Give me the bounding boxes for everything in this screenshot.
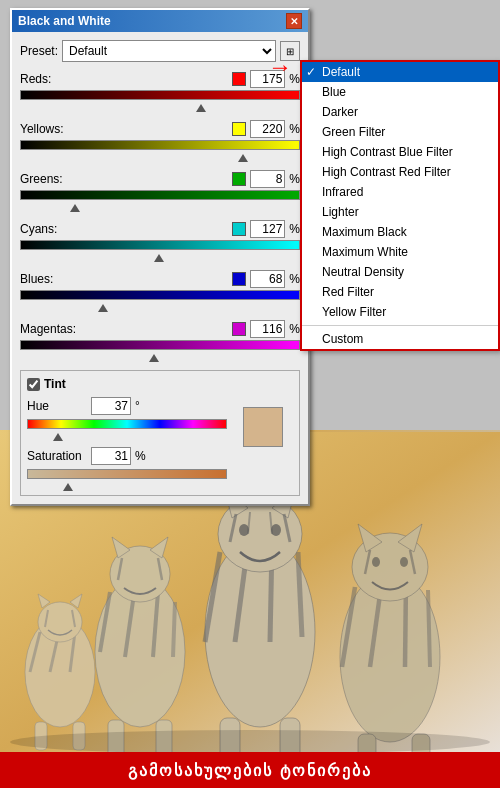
dropdown-item-lighter[interactable]: Lighter [302,202,498,222]
svg-point-38 [239,524,249,536]
dropdown-item-custom[interactable]: Custom [302,329,498,349]
dropdown-item-infrared[interactable]: Infrared [302,182,498,202]
dropdown-item-neutral-density[interactable]: Neutral Density [302,262,498,282]
cyans-label: Cyans: [20,222,57,236]
reds-track [20,90,300,100]
blues-track [20,290,300,300]
reds-label: Reds: [20,72,51,86]
tint-label: Tint [44,377,66,391]
svg-line-44 [428,590,430,667]
blues-swatch [232,272,246,286]
svg-point-51 [400,557,408,567]
saturation-row: Saturation 31 % [27,447,293,465]
saturation-track [27,469,227,479]
magentas-thumb[interactable] [149,354,159,366]
blues-value[interactable]: 68 [250,270,285,288]
svg-line-16 [173,602,175,657]
hue-unit: ° [135,399,140,413]
greens-label: Greens: [20,172,63,186]
dropdown-item-darker[interactable]: Darker [302,102,498,122]
reds-slider-row: Reds: 175 % [20,70,300,110]
close-button[interactable]: ✕ [286,13,302,29]
dialog-title: Black and White [18,14,111,28]
svg-point-39 [271,524,281,536]
arrow-indicator: → [268,53,292,81]
preset-label: Preset: [20,44,58,58]
blues-label: Blues: [20,272,53,286]
dialog-titlebar: Black and White ✕ [12,10,308,32]
dialog-body: Preset: Default ⊞ OK Reds: 17 [12,32,308,504]
dropdown-separator [302,325,498,326]
preset-dropdown-menu: Default Blue Darker Green Filter High Co… [300,60,500,351]
dropdown-item-max-white[interactable]: Maximum White [302,242,498,262]
greens-value[interactable]: 8 [250,170,285,188]
cyans-track [20,240,300,250]
yellows-label: Yellows: [20,122,64,136]
preset-dropdown[interactable]: Default [62,40,276,62]
dropdown-item-red-filter[interactable]: Red Filter [302,282,498,302]
greens-thumb[interactable] [70,204,80,216]
blues-thumb[interactable] [98,304,108,316]
preset-row: Preset: Default ⊞ [20,40,300,62]
blues-slider-row: Blues: 68 % [20,270,300,310]
cyans-swatch [232,222,246,236]
hue-thumb[interactable] [53,433,63,445]
dropdown-item-max-black[interactable]: Maximum Black [302,222,498,242]
bottom-text: გამოსახულების ტონირება [128,761,371,780]
yellows-value[interactable]: 220 [250,120,285,138]
hue-track [27,419,227,429]
greens-track [20,190,300,200]
hue-value[interactable]: 37 [91,397,131,415]
greens-slider-row: Greens: 8 % [20,170,300,210]
cyans-value[interactable]: 127 [250,220,285,238]
greens-swatch [232,172,246,186]
tint-color-swatch [243,407,283,447]
dropdown-item-hcrf[interactable]: High Contrast Red Filter [302,162,498,182]
magentas-label: Magentas: [20,322,76,336]
svg-point-5 [38,602,82,642]
yellows-thumb[interactable] [238,154,248,166]
dropdown-item-green-filter[interactable]: Green Filter [302,122,498,142]
bottom-banner: გამოსახულების ტონირება [0,752,500,788]
tint-section: Tint Hue 37 ° Saturation [20,370,300,496]
saturation-unit: % [135,449,146,463]
cyans-thumb[interactable] [154,254,164,266]
saturation-value[interactable]: 31 [91,447,131,465]
hue-label: Hue [27,399,87,413]
black-and-white-dialog: Black and White ✕ Preset: Default ⊞ OK [10,8,310,506]
dropdown-item-hcbf[interactable]: High Contrast Blue Filter [302,142,498,162]
reds-thumb[interactable] [196,104,206,116]
sliders-container: Reds: 175 % Yellows: [20,70,300,360]
magentas-value[interactable]: 116 [250,320,285,338]
yellows-track [20,140,300,150]
cyans-slider-row: Cyans: 127 % [20,220,300,260]
magentas-track [20,340,300,350]
dropdown-item-blue[interactable]: Blue [302,82,498,102]
saturation-thumb[interactable] [63,483,73,495]
magentas-slider-row: Magentas: 116 % [20,320,300,360]
dropdown-item-default[interactable]: Default [302,62,498,82]
reds-swatch [232,72,246,86]
svg-point-50 [372,557,380,567]
saturation-label: Saturation [27,449,87,463]
yellows-slider-row: Yellows: 220 % [20,120,300,160]
magentas-swatch [232,322,246,336]
tint-checkbox[interactable] [27,378,40,391]
yellows-swatch [232,122,246,136]
dropdown-item-yellow-filter[interactable]: Yellow Filter [302,302,498,322]
